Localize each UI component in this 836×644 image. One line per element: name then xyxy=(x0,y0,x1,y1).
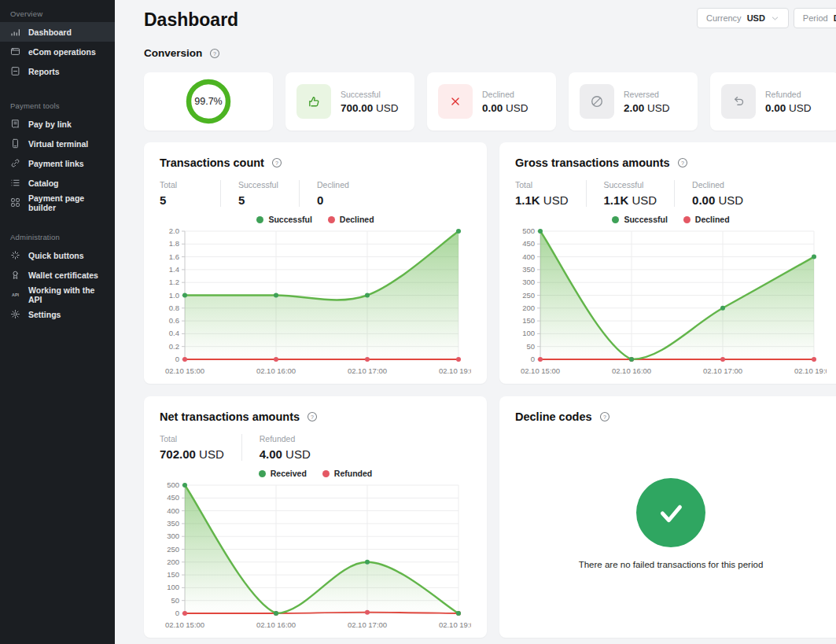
sidebar-item-label: Virtual terminal xyxy=(28,139,88,149)
chart-legend: ReceivedRefunded xyxy=(160,469,471,478)
svg-text:1.4: 1.4 xyxy=(169,265,179,274)
legend-label: Successful xyxy=(624,215,667,224)
stat-successful: Successful5 xyxy=(238,180,300,207)
stat-declined: Declined0 xyxy=(317,180,378,207)
sidebar-item-virtual-terminal[interactable]: Virtual terminal xyxy=(0,134,115,153)
stat-label: Refunded xyxy=(260,434,311,443)
legend-dot-icon xyxy=(322,470,330,477)
sidebar-item-settings[interactable]: Settings xyxy=(0,304,115,324)
panel-title: Net transactions amounts xyxy=(160,410,300,423)
legend-label: Declined xyxy=(695,215,730,224)
sidebar-item-pay-by-link[interactable]: Pay by link xyxy=(0,114,115,134)
svg-text:02.10 15:00: 02.10 15:00 xyxy=(165,620,204,629)
legend-item-declined[interactable]: Declined xyxy=(328,215,374,224)
receipt-icon xyxy=(10,119,20,129)
stat-label: Total xyxy=(515,180,569,190)
sidebar-item-label: Quick buttons xyxy=(28,251,84,260)
help-icon[interactable]: ? xyxy=(209,48,220,59)
svg-text:02.10 16:00: 02.10 16:00 xyxy=(612,366,651,375)
sidebar-section: OverviewDashboardeCom operationsReports xyxy=(0,3,115,81)
svg-text:150: 150 xyxy=(522,316,535,325)
card-amount: 2.00 USD xyxy=(624,102,670,114)
undo-icon xyxy=(721,84,756,119)
svg-text:2.0: 2.0 xyxy=(169,226,179,235)
legend-item-declined[interactable]: Declined xyxy=(683,215,730,224)
stat-value: 5 xyxy=(160,193,203,207)
svg-text:?: ? xyxy=(213,50,216,56)
api-icon: API xyxy=(10,289,20,300)
legend-label: Received xyxy=(271,469,307,478)
sidebar-item-label: Payment page builder xyxy=(28,193,105,212)
svg-text:0.2: 0.2 xyxy=(169,342,179,351)
stat-label: Successful xyxy=(238,180,282,190)
legend-dot-icon xyxy=(612,216,619,223)
sidebar-item-payment-links[interactable]: Payment links xyxy=(0,153,115,173)
gear-icon xyxy=(10,309,20,319)
svg-text:02.10 17:00: 02.10 17:00 xyxy=(348,366,387,375)
sidebar-item-catalog[interactable]: Catalog xyxy=(0,173,115,193)
stat-value: 702.00 USD xyxy=(160,447,224,461)
bar-chart-icon xyxy=(10,27,20,37)
sidebar-item-payment-page-builder[interactable]: Payment page builder xyxy=(0,193,115,212)
legend-label: Refunded xyxy=(334,469,372,478)
legend-item-successful[interactable]: Successful xyxy=(256,215,311,224)
sidebar-item-label: Pay by link xyxy=(28,120,72,129)
chevron-down-icon xyxy=(771,14,779,23)
currency-select-value: USD xyxy=(747,13,765,23)
line-chart: 05010015020025030035040045050002.10 15:0… xyxy=(160,480,471,634)
stat-value: 0 xyxy=(317,193,361,207)
sidebar-item-wallet-certificates[interactable]: Wallet certificates xyxy=(0,265,115,285)
legend-item-refunded[interactable]: Refunded xyxy=(322,469,372,478)
sidebar-item-label: Wallet certificates xyxy=(28,270,98,280)
svg-text:0: 0 xyxy=(175,355,179,363)
sidebar-item-dashboard[interactable]: Dashboard xyxy=(0,22,115,42)
empty-state-message: There are no failed transactions for thi… xyxy=(579,560,764,569)
svg-text:0: 0 xyxy=(531,355,535,363)
refunded-card: Refunded0.00 USD xyxy=(710,72,836,131)
stats-row: Total5Successful5Declined0 xyxy=(160,180,471,207)
thumbs-up-icon xyxy=(296,84,331,119)
report-icon xyxy=(10,66,20,76)
svg-text:250: 250 xyxy=(522,291,535,300)
svg-text:02.10 17:00: 02.10 17:00 xyxy=(703,366,742,375)
legend-item-received[interactable]: Received xyxy=(259,469,307,478)
card-label: Declined xyxy=(482,90,528,99)
help-icon[interactable]: ? xyxy=(677,157,688,168)
legend-dot-icon xyxy=(683,216,691,223)
stat-declined: Declined0.00 USD xyxy=(692,180,761,207)
decline-codes-panel: Decline codes ? There are no failed tran… xyxy=(499,396,836,638)
currency-select-label: Currency xyxy=(706,13,742,23)
legend-dot-icon xyxy=(328,216,335,223)
sidebar-item-quick-buttons[interactable]: Quick buttons xyxy=(0,245,115,265)
net-amounts-panel: Net transactions amounts ? Total702.00 U… xyxy=(144,396,487,638)
legend-dot-icon xyxy=(256,216,263,223)
svg-text:500: 500 xyxy=(167,480,179,489)
sidebar-item-ecom-operations[interactable]: eCom operations xyxy=(0,42,115,61)
stat-value: 1.1K USD xyxy=(604,193,657,207)
sidebar-item-working-with-the-api[interactable]: APIWorking with the API xyxy=(0,285,115,304)
sidebar-section-label: Overview xyxy=(0,3,115,22)
conversion-rate-card: 99.7% xyxy=(144,72,273,131)
period-select[interactable]: Period Day xyxy=(794,8,836,28)
grid-icon xyxy=(10,197,20,208)
conversion-rate-value: 99.7% xyxy=(186,79,231,124)
help-icon[interactable]: ? xyxy=(599,411,610,422)
medal-icon xyxy=(10,270,20,280)
svg-text:02.10 15:00: 02.10 15:00 xyxy=(521,366,560,375)
stat-total: Total702.00 USD xyxy=(160,434,242,461)
sidebar-section-label: Administration xyxy=(0,226,115,245)
help-icon[interactable]: ? xyxy=(271,157,282,168)
stat-refunded: Refunded4.00 USD xyxy=(260,434,328,461)
currency-select[interactable]: Currency USD xyxy=(697,8,789,28)
legend-label: Successful xyxy=(268,215,311,224)
help-icon[interactable]: ? xyxy=(307,411,318,422)
card-label: Reversed xyxy=(624,90,670,99)
legend-item-successful[interactable]: Successful xyxy=(612,215,667,224)
svg-text:02.10 16:00: 02.10 16:00 xyxy=(256,620,296,629)
line-chart: 00.20.40.60.81.01.21.41.61.82.002.10 15:… xyxy=(160,226,471,380)
panel-title: Decline codes xyxy=(515,410,592,423)
sparkle-icon xyxy=(10,250,20,260)
sidebar-item-reports[interactable]: Reports xyxy=(0,61,115,81)
card-label: Refunded xyxy=(765,90,812,99)
stat-value: 5 xyxy=(238,193,282,207)
